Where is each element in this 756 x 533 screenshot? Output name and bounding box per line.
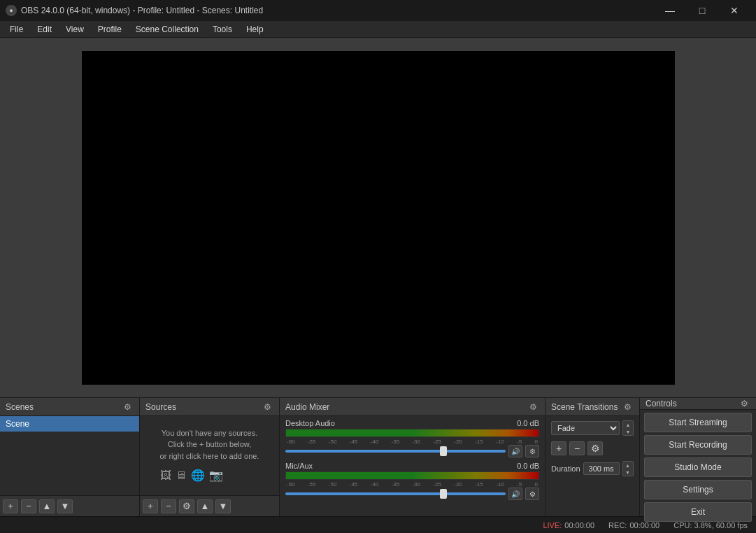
start-streaming-button[interactable]: Start Streaming [644, 413, 752, 432]
transition-remove-button[interactable]: − [569, 441, 585, 455]
menu-help[interactable]: Help [239, 23, 271, 36]
duration-label: Duration [551, 464, 580, 473]
rec-status: REC: 00:00:00 [608, 521, 659, 530]
transition-add-button[interactable]: + [551, 441, 566, 455]
menu-bar: File Edit View Profile Scene Collection … [0, 21, 756, 38]
mic-aux-fader-row: 🔊 ⚙ [285, 488, 539, 500]
rec-time: 00:00:00 [629, 521, 659, 530]
cpu-label: CPU: 3.8%, 60.00 fps [673, 521, 748, 530]
duration-spin-button[interactable]: ▲ ▼ [622, 461, 634, 476]
transition-type-select[interactable]: Fade Cut Swipe Slide [551, 421, 620, 435]
mic-aux-db: 0.0 dB [517, 462, 539, 470]
transitions-settings-icon[interactable]: ⚙ [622, 401, 634, 413]
live-status: LIVE: 00:00:00 [543, 521, 594, 530]
transitions-header-icons: ⚙ [622, 401, 634, 413]
sources-panel-header: Sources ⚙ [140, 398, 279, 416]
duration-spin-down[interactable]: ▼ [623, 469, 633, 476]
audio-settings-icon[interactable]: ⚙ [527, 401, 539, 413]
sources-up-button[interactable]: ▲ [197, 499, 213, 513]
mic-aux-name: Mic/Aux [285, 462, 313, 470]
menu-file[interactable]: File [3, 23, 30, 36]
desktop-audio-channel: Desktop Audio 0.0 dB -60-55-50-45-40-35-… [285, 419, 539, 457]
live-label: LIVE: [543, 521, 562, 530]
preview-canvas [82, 51, 675, 385]
browser-source-icon: 🌐 [191, 467, 205, 484]
mic-aux-channel: Mic/Aux 0.0 dB -60-55-50-45-40-35-30-25-… [285, 462, 539, 500]
scenes-settings-icon[interactable]: ⚙ [122, 401, 134, 413]
studio-mode-button[interactable]: Studio Mode [644, 457, 752, 477]
audio-header-icons: ⚙ [527, 401, 539, 413]
maximize-button[interactable]: □ [686, 0, 718, 21]
scenes-panel-header: Scenes ⚙ [0, 398, 139, 416]
sources-remove-button[interactable]: − [161, 499, 176, 513]
sources-down-button[interactable]: ▼ [215, 499, 231, 513]
menu-profile[interactable]: Profile [91, 23, 129, 36]
mic-aux-ticks: -60-55-50-45-40-35-30-25-20-15-10-50 [285, 481, 539, 488]
scene-item[interactable]: Scene [0, 416, 139, 432]
transition-config-button[interactable]: ⚙ [587, 441, 603, 455]
transition-spin-button[interactable]: ▲ ▼ [622, 420, 634, 436]
menu-view[interactable]: View [59, 23, 91, 36]
duration-spin-up[interactable]: ▲ [623, 462, 633, 469]
scenes-panel: Scenes ⚙ Scene + − ▲ ▼ [0, 398, 140, 516]
desktop-audio-fader-thumb[interactable] [440, 446, 447, 456]
minimize-button[interactable]: — [654, 0, 686, 21]
title-buttons: — □ ✕ [654, 0, 750, 21]
controls-panel: Controls ⚙ Start Streaming Start Recordi… [640, 398, 756, 516]
scenes-remove-button[interactable]: − [21, 499, 36, 513]
app-icon: ● [6, 5, 17, 16]
sources-icon-row: 🖼 🖥 🌐 📷 [160, 467, 259, 484]
desktop-audio-fader[interactable] [285, 450, 506, 453]
sources-empty-wrapper: You don't have any sources.Click the + b… [160, 427, 259, 485]
sources-header-icons: ⚙ [262, 401, 273, 413]
mic-aux-fader-thumb[interactable] [440, 489, 447, 499]
mic-aux-fader[interactable] [285, 492, 506, 495]
menu-edit[interactable]: Edit [30, 23, 59, 36]
menu-tools[interactable]: Tools [206, 23, 239, 36]
camera-source-icon: 📷 [209, 467, 223, 484]
desktop-audio-header: Desktop Audio 0.0 dB [285, 419, 539, 427]
scene-transitions-panel: Scene Transitions ⚙ Fade Cut Swipe Slide… [545, 398, 640, 516]
controls-content: Start Streaming Start Recording Studio M… [640, 410, 756, 525]
desktop-audio-settings-button[interactable]: ⚙ [525, 445, 539, 457]
sources-add-button[interactable]: + [143, 499, 158, 513]
transition-spin-down[interactable]: ▼ [623, 428, 633, 435]
desktop-audio-meter [285, 429, 539, 437]
mic-aux-meter [285, 471, 539, 480]
transition-spin-up[interactable]: ▲ [623, 421, 633, 428]
desktop-audio-ticks: -60-55-50-45-40-35-30-25-20-15-10-50 [285, 439, 539, 445]
sources-empty-text: You don't have any sources.Click the + b… [160, 427, 259, 462]
desktop-audio-mute-button[interactable]: 🔊 [508, 445, 522, 457]
sources-label: Sources [145, 402, 176, 412]
sources-content[interactable]: You don't have any sources.Click the + b… [140, 416, 279, 495]
close-button[interactable]: ✕ [718, 0, 750, 21]
mic-aux-mute-button[interactable]: 🔊 [508, 488, 522, 500]
bottom-panels: Scenes ⚙ Scene + − ▲ ▼ Sources ⚙ [0, 397, 756, 516]
sources-settings-icon[interactable]: ⚙ [262, 401, 273, 413]
scenes-add-button[interactable]: + [3, 499, 18, 513]
sources-settings-button[interactable]: ⚙ [179, 499, 194, 513]
menu-scene-collection[interactable]: Scene Collection [129, 23, 206, 36]
scenes-down-button[interactable]: ▼ [57, 499, 73, 513]
sources-toolbar: + − ⚙ ▲ ▼ [140, 495, 279, 516]
transitions-content: Fade Cut Swipe Slide ▲ ▼ + − ⚙ [545, 416, 639, 516]
controls-settings-icon[interactable]: ⚙ [739, 398, 750, 409]
cpu-status: CPU: 3.8%, 60.00 fps [673, 521, 748, 530]
desktop-audio-meter-fill [286, 429, 539, 436]
scenes-header-icons: ⚙ [122, 401, 134, 413]
mic-aux-settings-button[interactable]: ⚙ [525, 488, 539, 500]
duration-input[interactable] [583, 462, 620, 475]
display-source-icon: 🖥 [176, 467, 187, 484]
transitions-panel-header: Scene Transitions ⚙ [545, 398, 639, 416]
desktop-audio-name: Desktop Audio [285, 419, 335, 427]
exit-button[interactable]: Exit [644, 502, 752, 522]
scenes-toolbar: + − ▲ ▼ [0, 495, 139, 516]
start-recording-button[interactable]: Start Recording [644, 435, 752, 455]
rec-label: REC: [608, 521, 627, 530]
scenes-up-button[interactable]: ▲ [39, 499, 55, 513]
live-time: 00:00:00 [564, 521, 594, 530]
settings-button[interactable]: Settings [644, 480, 752, 499]
audio-content: Desktop Audio 0.0 dB -60-55-50-45-40-35-… [280, 416, 545, 516]
transitions-add-remove: + − ⚙ [551, 441, 634, 455]
preview-area [0, 38, 756, 397]
